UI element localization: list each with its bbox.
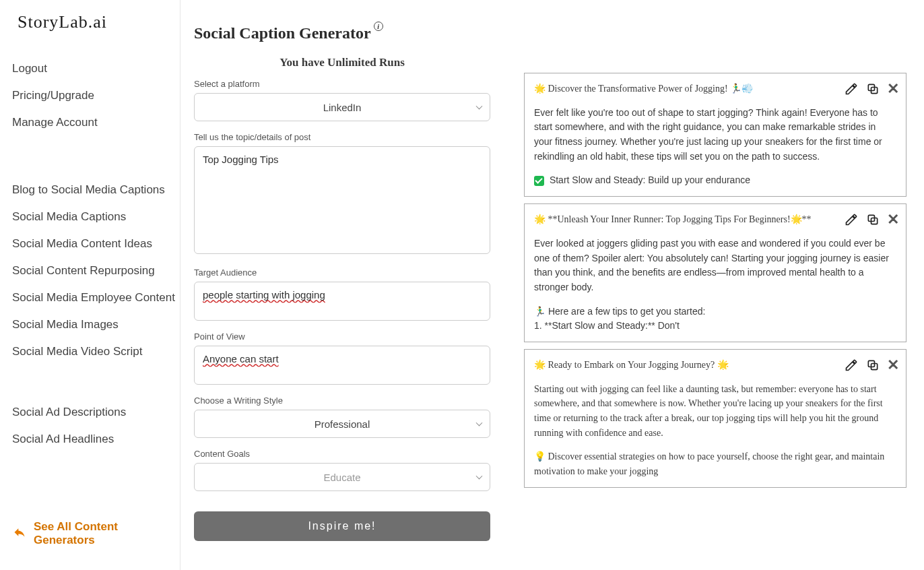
style-label: Choose a Writing Style	[194, 395, 504, 406]
result-footer: 💡 Discover essential strategies on how t…	[534, 449, 896, 478]
result-footer: Start Slow and Steady: Build up your end…	[534, 173, 896, 188]
pov-label: Point of View	[194, 331, 504, 342]
platform-select[interactable]: LinkedIn	[194, 93, 490, 121]
see-all-generators-link[interactable]: See All Content Generators	[12, 520, 180, 547]
topic-label: Tell us the topic/details of post	[194, 132, 504, 142]
copy-icon[interactable]	[865, 82, 880, 96]
goals-label: Content Goals	[194, 449, 504, 459]
result-card: ✕ 🌟 **Unleash Your Inner Runner: Top Jog…	[524, 203, 906, 342]
reply-arrow-icon	[12, 526, 27, 542]
edit-icon[interactable]	[844, 212, 859, 227]
sidebar-ads-section: Social Ad Descriptions Social Ad Headlin…	[12, 399, 180, 453]
results-column: ✕ 🌟 Discover the Transformative Power of…	[524, 24, 917, 557]
form-column: Social Caption Generator i You have Unli…	[194, 24, 524, 557]
brand-logo: StoryLab.ai	[18, 12, 180, 32]
sidebar-link-video-script[interactable]: Social Media Video Script	[12, 338, 180, 365]
see-all-label: See All Content Generators	[34, 520, 180, 547]
inspire-button[interactable]: Inspire me!	[194, 511, 490, 541]
sidebar-link-social-captions[interactable]: Social Media Captions	[12, 203, 180, 230]
close-icon[interactable]: ✕	[887, 82, 899, 96]
sidebar-link-ad-descriptions[interactable]: Social Ad Descriptions	[12, 399, 180, 426]
close-icon[interactable]: ✕	[887, 212, 899, 227]
result-title: 🌟 **Unleash Your Inner Runner: Top Joggi…	[534, 212, 896, 227]
platform-label: Select a platform	[194, 79, 504, 89]
info-icon[interactable]: i	[374, 22, 383, 31]
sidebar-link-manage-account[interactable]: Manage Account	[12, 109, 180, 136]
main-content: Social Caption Generator i You have Unli…	[180, 0, 924, 570]
sidebar-link-employee-content[interactable]: Social Media Employee Content	[12, 284, 180, 311]
copy-icon[interactable]	[865, 212, 880, 227]
pov-input[interactable]: Anyone can start	[194, 346, 490, 385]
sidebar-link-content-repurposing[interactable]: Social Content Repurposing	[12, 257, 180, 284]
sidebar-tools-section: Blog to Social Media Captions Social Med…	[12, 177, 180, 365]
result-body: Ever felt like you're too out of shape t…	[534, 106, 896, 164]
audience-input[interactable]: people starting with jogging	[194, 282, 490, 321]
result-body: Starting out with jogging can feel like …	[534, 382, 896, 441]
result-title: 🌟 Ready to Embark on Your Jogging Journe…	[534, 358, 896, 373]
edit-icon[interactable]	[844, 358, 859, 373]
page-title: Social Caption Generator i	[194, 24, 504, 42]
sidebar: StoryLab.ai Logout Pricing/Upgrade Manag…	[0, 0, 180, 570]
sidebar-link-social-images[interactable]: Social Media Images	[12, 311, 180, 338]
result-title: 🌟 Discover the Transformative Power of J…	[534, 82, 896, 96]
sidebar-link-blog-to-social[interactable]: Blog to Social Media Captions	[12, 177, 180, 203]
result-body: Ever looked at joggers gliding past you …	[534, 236, 896, 295]
check-icon	[534, 176, 544, 186]
result-footer: 🏃‍♂️ Here are a few tips to get you star…	[534, 305, 896, 334]
sidebar-link-content-ideas[interactable]: Social Media Content Ideas	[12, 230, 180, 257]
result-card: ✕ 🌟 Ready to Embark on Your Jogging Jour…	[524, 349, 906, 488]
style-select[interactable]: Professional	[194, 410, 490, 438]
runs-subtitle: You have Unlimited Runs	[194, 56, 490, 69]
close-icon[interactable]: ✕	[887, 358, 899, 373]
audience-label: Target Audience	[194, 267, 504, 278]
sidebar-link-pricing[interactable]: Pricing/Upgrade	[12, 82, 180, 109]
sidebar-link-ad-headlines[interactable]: Social Ad Headlines	[12, 426, 180, 453]
topic-textarea[interactable]	[194, 146, 490, 254]
sidebar-link-logout[interactable]: Logout	[12, 55, 180, 82]
sidebar-account-section: Logout Pricing/Upgrade Manage Account	[12, 55, 180, 136]
copy-icon[interactable]	[865, 358, 880, 373]
edit-icon[interactable]	[844, 82, 859, 96]
goals-select[interactable]: Educate	[194, 463, 490, 491]
result-card: ✕ 🌟 Discover the Transformative Power of…	[524, 73, 906, 197]
